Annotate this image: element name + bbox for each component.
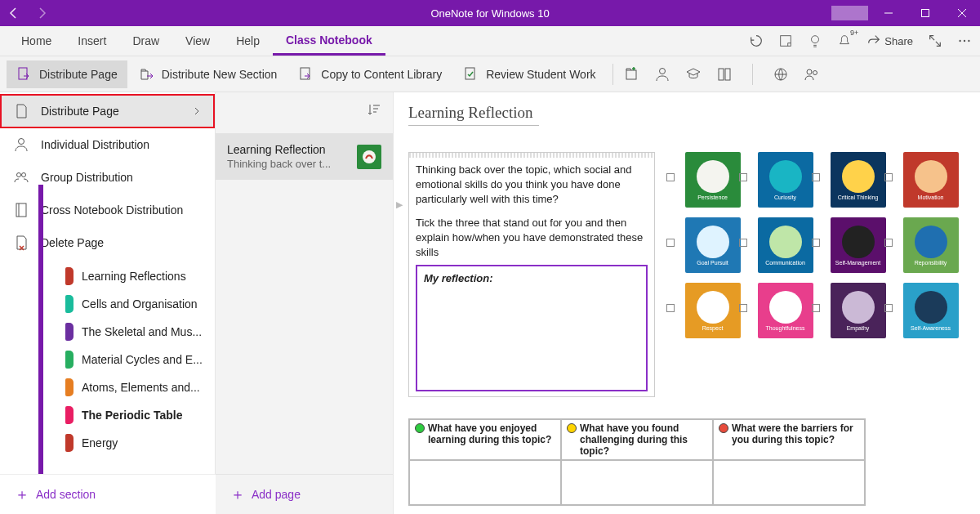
skill-checkbox[interactable] — [739, 304, 747, 312]
tab-class-notebook[interactable]: Class Notebook — [273, 26, 385, 56]
skill-checkbox[interactable] — [739, 239, 747, 247]
skill-name: Self-Management — [835, 260, 880, 266]
section-item[interactable]: Material Cycles and E... — [0, 346, 215, 373]
menu-cross-notebook[interactable]: Cross Notebook Distribution — [0, 194, 215, 226]
window-minimize-button[interactable] — [870, 0, 906, 26]
more-icon[interactable] — [957, 34, 972, 48]
add-section-group-icon[interactable] — [623, 66, 639, 83]
review-work-label: Review Student Work — [486, 68, 595, 81]
review-student-work-button[interactable]: Review Student Work — [453, 60, 605, 88]
svg-point-19 — [22, 173, 26, 177]
skill-card: Communication — [751, 217, 820, 279]
person-icon — [13, 136, 29, 153]
answer-green[interactable] — [409, 460, 561, 505]
tab-view[interactable]: View — [172, 26, 223, 56]
undo-icon[interactable] — [749, 34, 764, 48]
menu-cross-label: Cross Notebook Distribution — [41, 203, 183, 217]
section-item[interactable]: The Periodic Table — [0, 401, 215, 429]
copy-content-icon — [298, 66, 314, 83]
plus-icon: ＋ — [15, 485, 29, 504]
skill-card: Persistence — [678, 152, 747, 214]
skill-card: Respect — [678, 283, 747, 345]
add-page-button[interactable]: ＋ Add page — [216, 474, 393, 514]
answer-red[interactable] — [713, 460, 865, 505]
add-section-button[interactable]: ＋ Add section — [0, 474, 216, 514]
menu-distribute-page[interactable]: Distribute Page — [0, 94, 215, 128]
question-green[interactable]: What have you enjoyed learning during th… — [409, 419, 561, 460]
add-student-icon[interactable] — [654, 66, 670, 83]
collapse-toggle-icon[interactable]: ▶ — [396, 199, 403, 211]
section-item[interactable]: Cells and Organisation — [0, 290, 215, 318]
menu-delete-page[interactable]: Delete Page — [0, 226, 215, 259]
window-maximize-button[interactable] — [906, 0, 943, 26]
distribute-page-button[interactable]: Distribute Page — [7, 60, 127, 88]
fullscreen-icon[interactable] — [928, 34, 942, 48]
section-label: Cells and Organisation — [82, 297, 198, 311]
tab-home[interactable]: Home — [8, 26, 65, 56]
skill-name: Curiosity — [774, 194, 796, 200]
tab-help[interactable]: Help — [223, 26, 273, 56]
skill-name: Goal Pursuit — [697, 260, 728, 266]
svg-point-5 — [964, 40, 965, 42]
page-canvas[interactable]: Learning Reflection Thinking back over t… — [394, 92, 980, 514]
tab-insert[interactable]: Insert — [65, 26, 119, 56]
window-title: OneNote for Windows 10 — [430, 7, 549, 20]
section-item[interactable]: Learning Reflections — [0, 262, 215, 290]
tab-draw[interactable]: Draw — [119, 26, 172, 56]
reflection-box[interactable]: My reflection: — [416, 265, 648, 391]
svg-point-18 — [17, 173, 21, 177]
lightbulb-icon[interactable] — [808, 34, 822, 48]
page-list-panel: Learning Reflection Thinking back over t… — [216, 92, 394, 514]
review-work-icon — [463, 66, 479, 83]
skill-name: Motivation — [918, 194, 944, 200]
section-item[interactable]: Atoms, Elements and... — [0, 373, 215, 401]
skill-checkbox[interactable] — [884, 173, 893, 181]
skill-checkbox[interactable] — [884, 239, 893, 247]
skill-checkbox[interactable] — [812, 173, 820, 181]
skill-name: Thoughtfulness — [766, 325, 805, 331]
page-item-selected[interactable]: Learning Reflection Thinking back over t… — [216, 133, 393, 180]
distribute-new-section-button[interactable]: Distribute New Section — [129, 60, 287, 88]
svg-point-15 — [807, 69, 812, 74]
skill-checkbox[interactable] — [884, 304, 893, 312]
note-icon[interactable] — [778, 34, 793, 48]
sort-pages-button[interactable] — [367, 102, 381, 117]
share-label: Share — [884, 35, 913, 47]
assignments-icon[interactable] — [716, 66, 733, 83]
education-icon[interactable] — [685, 66, 702, 83]
section-label: The Periodic Table — [82, 409, 182, 422]
page-title-heading[interactable]: Learning Reflection — [408, 104, 539, 126]
notifications-button[interactable]: 9+ — [837, 34, 852, 48]
copy-content-library-button[interactable]: Copy to Content Library — [288, 60, 452, 88]
section-item[interactable]: The Skeletal and Mus... — [0, 318, 215, 346]
skill-card: Curiosity — [751, 152, 820, 214]
nav-forward-button[interactable] — [28, 0, 56, 26]
group-icon — [13, 169, 29, 185]
menu-group-distribution[interactable]: Group Distribution — [0, 161, 215, 194]
answer-amber[interactable] — [561, 460, 713, 505]
skill-checkbox[interactable] — [812, 304, 820, 312]
svg-rect-7 — [19, 68, 27, 79]
prompt-container[interactable]: Thinking back over the topic, which soci… — [408, 152, 655, 397]
section-label: The Skeletal and Mus... — [82, 325, 202, 338]
plus-icon: ＋ — [230, 485, 245, 504]
skill-checkbox[interactable] — [666, 173, 675, 181]
skill-checkbox[interactable] — [666, 304, 675, 312]
window-close-button[interactable] — [943, 0, 980, 26]
globe-icon[interactable] — [773, 66, 789, 83]
reflection-question-table: What have you enjoyed learning during th… — [408, 418, 866, 506]
people-icon[interactable] — [804, 66, 820, 83]
skill-checkbox[interactable] — [739, 173, 747, 181]
nav-back-button[interactable] — [0, 0, 28, 26]
section-item[interactable]: Energy — [0, 429, 215, 457]
skill-card: Self-Management — [823, 217, 893, 279]
svg-rect-9 — [466, 68, 474, 79]
question-amber[interactable]: What have you found challenging during t… — [561, 419, 713, 460]
skill-checkbox[interactable] — [666, 239, 675, 247]
window-titlebar: OneNote for Windows 10 — [0, 0, 980, 26]
skill-checkbox[interactable] — [812, 239, 820, 247]
share-button[interactable]: Share — [866, 34, 913, 48]
question-red[interactable]: What were the barriers for you during th… — [713, 419, 865, 460]
menu-individual-distribution[interactable]: Individual Distribution — [0, 128, 215, 161]
prompt-text-1: Thinking back over the topic, which soci… — [416, 163, 648, 208]
